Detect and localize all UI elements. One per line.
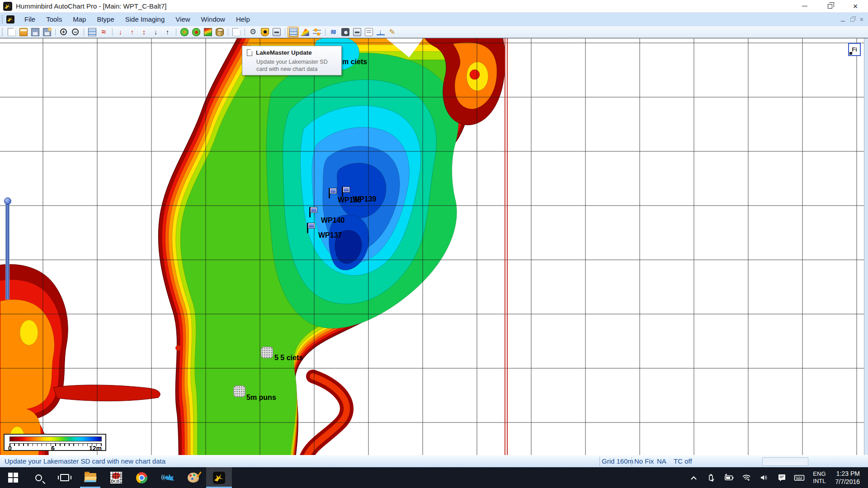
window-title: Humminbird AutoChart Pro - [Main: WPT_C-… bbox=[16, 2, 166, 10]
start-button[interactable] bbox=[0, 467, 26, 488]
action-center-button[interactable] bbox=[775, 471, 788, 484]
paint-button[interactable] bbox=[180, 467, 206, 488]
edit-button[interactable]: ✎ bbox=[387, 27, 398, 38]
wifi-tray-icon[interactable] bbox=[740, 471, 753, 484]
depth-note-label: 5m puns bbox=[246, 394, 276, 402]
search-icon bbox=[35, 474, 42, 481]
open-button[interactable] bbox=[18, 27, 29, 38]
log-button[interactable] bbox=[86, 27, 98, 38]
menu-help[interactable]: Help bbox=[231, 13, 255, 26]
blank-chart-button[interactable] bbox=[231, 27, 242, 38]
waypoint-label: WP139 bbox=[353, 195, 376, 203]
mdi-close-button[interactable]: × bbox=[860, 17, 863, 22]
depth-note-label: m ciets bbox=[342, 58, 367, 66]
usb-icon bbox=[707, 474, 715, 482]
menu-tools[interactable]: Tools bbox=[41, 13, 67, 26]
taskbar-search-button[interactable] bbox=[26, 467, 52, 488]
menu-view[interactable]: View bbox=[170, 13, 195, 26]
title-bar: Humminbird AutoChart Pro - [Main: WPT_C-… bbox=[0, 0, 868, 13]
clock[interactable]: 1:23 PM 7/7/2016 bbox=[833, 469, 865, 486]
waypoint-label: WP137 bbox=[318, 231, 342, 239]
new-file-button[interactable] bbox=[6, 27, 17, 38]
tray-expand-button[interactable] bbox=[687, 471, 700, 484]
drdepth-app-button[interactable]: Dr.D bbox=[103, 467, 129, 488]
windows-taskbar: Dr.D bbox=[0, 467, 868, 488]
import-data-button[interactable]: ↓ bbox=[375, 27, 386, 38]
waypoint-flag-icon[interactable] bbox=[308, 207, 317, 217]
menu-side-imaging[interactable]: Side Imaging bbox=[120, 13, 170, 26]
bottom-type-marker[interactable] bbox=[233, 385, 245, 397]
export-up-button[interactable]: ↑ bbox=[162, 27, 173, 38]
waypoint-flag-icon[interactable] bbox=[328, 188, 337, 198]
gps-tag-button[interactable] bbox=[259, 27, 270, 38]
gps-fix-icon[interactable]: Fi bbox=[848, 43, 861, 56]
snapshot-button[interactable] bbox=[340, 27, 351, 38]
zoom-in-button[interactable]: + bbox=[58, 27, 69, 38]
bottom-type-marker[interactable] bbox=[261, 347, 273, 358]
depth-palette-button[interactable] bbox=[299, 27, 311, 38]
touch-keyboard-button[interactable] bbox=[793, 471, 806, 484]
bathymetry-chart bbox=[0, 38, 868, 455]
sync-tracks-button[interactable]: ↕ bbox=[138, 27, 150, 38]
waypoint-label: WP140 bbox=[321, 216, 344, 225]
zoom-slider-track[interactable] bbox=[5, 203, 9, 300]
app-icon bbox=[3, 2, 12, 11]
mdi-child-icon[interactable] bbox=[6, 15, 14, 23]
card-reader-button[interactable] bbox=[271, 27, 282, 38]
status-progress-box bbox=[762, 457, 808, 466]
drdepth-icon: Dr.D bbox=[110, 472, 122, 483]
map-colors-button[interactable] bbox=[202, 27, 213, 38]
sonar-app-button[interactable] bbox=[155, 467, 180, 488]
chrome-icon bbox=[136, 472, 147, 483]
import-track-up-button[interactable]: ↑ bbox=[127, 27, 138, 38]
waypoint-flag-icon[interactable] bbox=[306, 223, 315, 233]
zoom-out-button[interactable]: − bbox=[70, 27, 81, 38]
comment-button[interactable] bbox=[363, 27, 374, 38]
sonar-chart-button[interactable]: ≈ bbox=[98, 27, 109, 38]
toolbar-grip[interactable] bbox=[1, 28, 4, 37]
restore-button[interactable] bbox=[817, 0, 843, 12]
zoom-slider-knob[interactable] bbox=[4, 197, 11, 205]
export-down-button[interactable]: ↓ bbox=[150, 27, 161, 38]
status-grid: Grid 160m bbox=[602, 457, 633, 465]
import-track-down-button[interactable]: ↓ bbox=[115, 27, 126, 38]
file-explorer-button[interactable] bbox=[77, 467, 103, 488]
volume-tray-icon[interactable] bbox=[757, 471, 771, 484]
chrome-button[interactable] bbox=[129, 467, 155, 488]
menu-btype[interactable]: Btype bbox=[91, 13, 119, 26]
tooltip-title: LakeMaster Update bbox=[256, 49, 312, 56]
status-message: Update your Lakemaster SD card with new … bbox=[5, 457, 165, 465]
menu-window[interactable]: Window bbox=[196, 13, 231, 26]
time: 1:23 PM bbox=[835, 469, 860, 478]
wifi-icon bbox=[742, 474, 751, 482]
legend-min-label: 0 bbox=[8, 445, 12, 452]
settings-button[interactable]: ⚙ bbox=[247, 27, 259, 38]
minimize-button[interactable] bbox=[792, 0, 817, 12]
menubar-grip[interactable] bbox=[1, 15, 4, 24]
mosaic-button[interactable] bbox=[214, 27, 225, 38]
usb-tray-icon[interactable] bbox=[704, 471, 718, 484]
menu-file[interactable]: File bbox=[19, 13, 41, 26]
map-canvas[interactable]: m ciets5 5 ciets5m punsWP138WP139WP140WP… bbox=[0, 38, 868, 455]
lakemaster-update-button[interactable] bbox=[288, 27, 299, 38]
status-track-correction: TC off bbox=[674, 457, 692, 465]
task-view-icon bbox=[60, 474, 69, 481]
language-indicator[interactable]: ENG INTL bbox=[810, 470, 828, 485]
application-window: Humminbird AutoChart Pro - [Main: WPT_C-… bbox=[0, 0, 868, 488]
battery-tray-icon[interactable] bbox=[722, 471, 736, 484]
save-as-button[interactable] bbox=[41, 27, 52, 38]
display-options-button[interactable] bbox=[311, 27, 322, 38]
print-button[interactable] bbox=[351, 27, 363, 38]
humminbird-autochart-button[interactable] bbox=[206, 467, 232, 488]
close-button[interactable]: × bbox=[843, 0, 868, 12]
file-explorer-icon bbox=[85, 473, 96, 482]
waypoint-flag-icon[interactable] bbox=[341, 187, 350, 197]
save-button[interactable] bbox=[29, 27, 41, 38]
mdi-minimize-button[interactable] bbox=[841, 21, 845, 22]
menu-map[interactable]: Map bbox=[67, 13, 91, 26]
side-imaging-button[interactable]: ≋ bbox=[328, 27, 339, 38]
map-layer-button[interactable] bbox=[179, 27, 190, 38]
task-view-button[interactable] bbox=[52, 467, 77, 488]
map-hardness-button[interactable] bbox=[190, 27, 202, 38]
mdi-restore-button[interactable] bbox=[850, 18, 854, 22]
